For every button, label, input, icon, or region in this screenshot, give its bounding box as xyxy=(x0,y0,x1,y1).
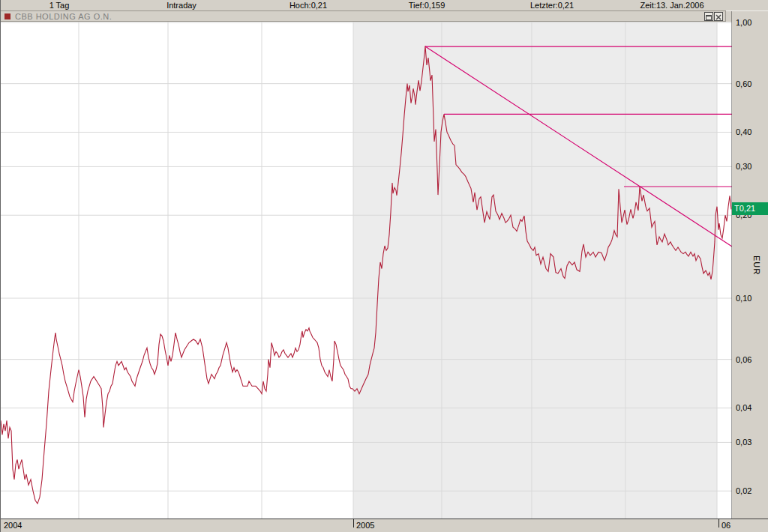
y-axis-tick-label: 0,04 xyxy=(736,403,752,412)
y-axis-tick-label: 0,40 xyxy=(736,127,752,136)
y-axis-tick-label: 0,60 xyxy=(736,79,752,88)
last-price-badge: T0,21 xyxy=(732,202,768,215)
window-controls xyxy=(704,12,723,21)
restore-window-button[interactable] xyxy=(704,12,713,21)
info-low: Tief:0,159 xyxy=(409,1,446,10)
x-axis-label: 06 xyxy=(722,521,730,530)
info-time: Zeit:13. Jan.2006 xyxy=(640,1,704,10)
y-axis: 1,000,600,400,300,200,100,060,040,030,02… xyxy=(732,10,768,519)
info-high: Hoch:0,21 xyxy=(290,1,327,10)
restore-icon xyxy=(705,14,712,20)
close-icon xyxy=(715,14,722,20)
y-axis-tick-label: 0,30 xyxy=(736,162,752,171)
chart-area[interactable] xyxy=(1,22,768,519)
close-window-button[interactable] xyxy=(714,12,723,21)
info-mode: Intraday xyxy=(166,1,196,10)
x-axis-label: 2004 xyxy=(4,521,22,530)
x-axis-label: 2005 xyxy=(356,521,374,530)
y-axis-tick-label: 0,10 xyxy=(736,294,752,303)
x-axis-tick xyxy=(718,519,719,528)
info-last: Letzter:0,21 xyxy=(530,1,574,10)
y-axis-tick-label: 0,06 xyxy=(736,355,752,364)
y-axis-tick-label: 0,02 xyxy=(736,486,752,495)
info-bar: 1 Tag Intraday Hoch:0,21 Tief:0,159 Letz… xyxy=(1,0,768,11)
window-title: CBB HOLDING AG O.N. xyxy=(15,12,112,21)
title-bar[interactable]: CBB HOLDING AG O.N. xyxy=(1,10,726,22)
shaded-band-2005 xyxy=(353,22,717,519)
x-axis-tick xyxy=(353,519,354,528)
y-axis-tick-label: 1,00 xyxy=(736,18,752,27)
x-axis: 2004200506 xyxy=(1,519,768,532)
y-axis-tick-label: 0,03 xyxy=(736,438,752,447)
y-axis-unit-label: EUR xyxy=(752,256,761,275)
series-color-swatch-icon xyxy=(4,13,10,19)
info-period: 1 Tag xyxy=(50,1,70,10)
chart-window: 1 Tag Intraday Hoch:0,21 Tief:0,159 Letz… xyxy=(0,0,768,532)
